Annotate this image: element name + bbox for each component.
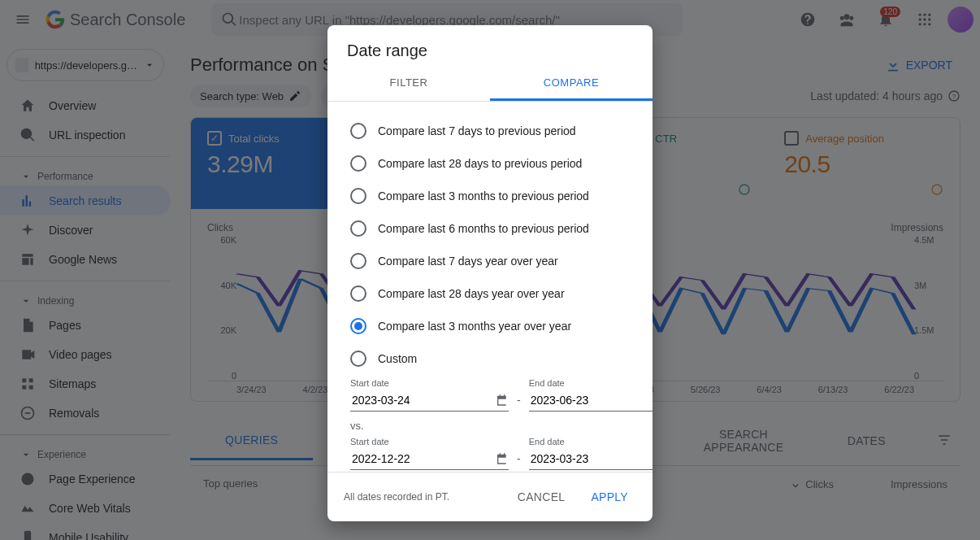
modal-tab-filter[interactable]: FILTER <box>327 67 490 101</box>
compare-option[interactable]: Compare last 7 days to previous period <box>347 115 633 147</box>
vs-label: vs. <box>350 420 630 432</box>
radio-icon <box>350 318 366 334</box>
modal-title: Date range <box>327 25 653 67</box>
radio-icon <box>350 220 366 237</box>
compare-option[interactable]: Compare last 28 days to previous period <box>347 147 633 180</box>
date-range-a: Start date - End date <box>350 378 630 412</box>
start-date-b-input[interactable] <box>350 451 496 466</box>
end-date-b-input[interactable] <box>529 451 653 466</box>
compare-option-label: Compare last 7 days year over year <box>378 255 558 268</box>
compare-option[interactable]: Compare last 28 days year over year <box>347 277 633 310</box>
range-separator: - <box>517 394 521 412</box>
cancel-button[interactable]: CANCEL <box>510 484 574 510</box>
start-date-label: Start date <box>350 378 509 388</box>
radio-icon <box>350 188 366 204</box>
compare-option-label: Compare last 6 months to previous period <box>378 222 589 235</box>
compare-option-label: Compare last 7 days to previous period <box>378 124 576 137</box>
end-date-label: End date <box>529 437 653 446</box>
compare-option-label: Compare last 3 months to previous period <box>378 189 589 202</box>
calendar-icon[interactable] <box>496 394 509 407</box>
timezone-note: All dates recorded in PT. <box>344 491 449 503</box>
compare-option[interactable]: Compare last 7 days year over year <box>347 245 633 277</box>
modal-body: Compare last 7 days to previous periodCo… <box>327 102 653 472</box>
range-separator: - <box>517 452 521 470</box>
modal-tabs: FILTER COMPARE <box>327 67 653 102</box>
compare-option[interactable]: Compare last 6 months to previous period <box>347 212 633 245</box>
modal-tab-compare[interactable]: COMPARE <box>490 67 653 101</box>
apply-button[interactable]: APPLY <box>583 484 636 510</box>
start-date-label: Start date <box>350 437 509 446</box>
compare-option-label: Custom <box>378 352 417 365</box>
radio-icon <box>350 123 366 139</box>
date-range-modal: Date range FILTER COMPARE Compare last 7… <box>327 25 653 521</box>
compare-option-label: Compare last 3 months year over year <box>378 320 571 333</box>
radio-icon <box>350 253 366 269</box>
end-date-a-input[interactable] <box>529 393 653 407</box>
compare-option[interactable]: Compare last 3 months year over year <box>347 310 633 342</box>
calendar-icon[interactable] <box>496 452 509 465</box>
modal-footer: All dates recorded in PT. CANCEL APPLY <box>327 472 653 521</box>
compare-option-label: Compare last 28 days to previous period <box>378 157 582 170</box>
end-date-label: End date <box>529 378 653 388</box>
radio-icon <box>350 285 366 302</box>
compare-option-label: Compare last 28 days year over year <box>378 287 565 300</box>
compare-option[interactable]: Compare last 3 months to previous period <box>347 180 633 212</box>
radio-icon <box>350 351 366 367</box>
compare-option[interactable]: Custom <box>347 342 633 375</box>
date-range-b: Start date - End date <box>350 437 630 470</box>
radio-icon <box>350 155 366 172</box>
start-date-a-input[interactable] <box>350 393 496 407</box>
